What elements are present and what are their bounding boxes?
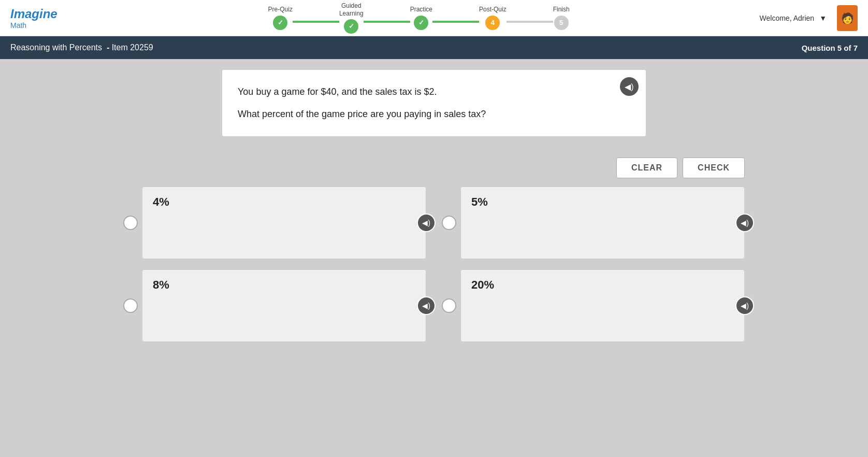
answer-box-a[interactable]: 4% xyxy=(142,187,426,259)
speaker-icon: ◀) xyxy=(625,82,633,92)
breadcrumb-title: Reasoning with Percents - Item 20259 xyxy=(10,43,153,52)
check-button[interactable]: CHECK xyxy=(683,158,745,178)
question-box: You buy a game for $40, and the sales ta… xyxy=(222,69,646,137)
step-practice: Practice ✓ xyxy=(410,6,432,30)
connector-3 xyxy=(432,21,479,23)
question-counter: Question 5 of 7 xyxy=(802,44,858,52)
speaker-icon: ◀) xyxy=(422,302,430,310)
step-finish-label: Finish xyxy=(553,6,570,13)
answer-box-d[interactable]: 20% xyxy=(460,269,745,342)
breadcrumb-bar: Reasoning with Percents - Item 20259 Que… xyxy=(0,36,868,59)
step-finish: Finish 5 xyxy=(553,6,570,30)
radio-option-d[interactable] xyxy=(442,298,456,313)
answer-b-container: 5% ◀) xyxy=(460,187,745,259)
answer-a-container: 4% ◀) xyxy=(142,187,426,259)
answer-b-audio-button[interactable]: ◀) xyxy=(735,213,754,232)
answer-text-a: 4% xyxy=(153,195,169,209)
speaker-icon: ◀) xyxy=(422,219,430,227)
connector-1 xyxy=(293,21,339,23)
radio-option-a[interactable] xyxy=(123,216,138,230)
connector-2 xyxy=(364,21,410,23)
step-post-quiz-circle: 4 xyxy=(485,16,500,30)
step-post-quiz-label: Post-Quiz xyxy=(479,6,507,13)
answer-text-c: 8% xyxy=(153,278,169,292)
welcome-area: Welcome, Adrien ▼ 🧑 xyxy=(760,5,858,31)
step-practice-circle: ✓ xyxy=(414,16,428,30)
step-post-quiz: Post-Quiz 4 xyxy=(479,6,507,30)
action-buttons-row: CLEAR CHECK xyxy=(123,158,745,178)
question-container: You buy a game for $40, and the sales ta… xyxy=(222,69,646,147)
answer-text-d: 20% xyxy=(471,278,494,292)
welcome-text: Welcome, Adrien xyxy=(760,14,815,22)
step-guided: GuidedLearning ✓ xyxy=(339,2,364,34)
answer-row-2: 8% ◀) 20% ◀) xyxy=(123,269,745,342)
answer-box-c[interactable]: 8% xyxy=(142,269,426,342)
avatar: 🧑 xyxy=(837,5,858,31)
question-line1: You buy a game for $40, and the sales ta… xyxy=(238,84,630,99)
radio-option-c[interactable] xyxy=(123,298,138,313)
progress-bar: Pre-Quiz ✓ GuidedLearning ✓ Practice ✓ P… xyxy=(78,2,760,34)
answer-text-b: 5% xyxy=(471,195,488,209)
step-guided-circle: ✓ xyxy=(344,19,358,34)
speaker-icon: ◀) xyxy=(741,302,749,310)
answer-box-b[interactable]: 5% xyxy=(460,187,745,259)
speaker-icon: ◀) xyxy=(741,219,749,227)
logo-sub: Math xyxy=(10,21,57,30)
step-pre-quiz-circle: ✓ xyxy=(273,16,287,30)
question-audio-button[interactable]: ◀) xyxy=(620,77,639,96)
radio-option-b[interactable] xyxy=(442,216,456,230)
answer-d-audio-button[interactable]: ◀) xyxy=(735,296,754,315)
answer-c-container: 8% ◀) xyxy=(142,269,426,342)
logo-text: Imagine xyxy=(10,7,57,21)
connector-4 xyxy=(507,21,553,23)
answers-section: 4% ◀) 5% ◀) xyxy=(123,187,745,342)
clear-button[interactable]: CLEAR xyxy=(616,158,677,178)
dropdown-icon[interactable]: ▼ xyxy=(819,14,827,22)
main-content: You buy a game for $40, and the sales ta… xyxy=(0,59,868,342)
answer-d-container: 20% ◀) xyxy=(460,269,745,342)
logo-area: Imagine Math xyxy=(10,7,57,30)
step-practice-label: Practice xyxy=(410,6,432,13)
item-id: Item 20259 xyxy=(112,43,153,52)
step-guided-label: GuidedLearning xyxy=(339,2,364,17)
step-pre-quiz: Pre-Quiz ✓ xyxy=(268,6,293,30)
question-line2: What percent of the game price are you p… xyxy=(238,107,630,122)
answer-a-audio-button[interactable]: ◀) xyxy=(417,213,436,232)
step-pre-quiz-label: Pre-Quiz xyxy=(268,6,293,13)
top-navigation: Imagine Math Pre-Quiz ✓ GuidedLearning ✓… xyxy=(0,0,868,36)
step-finish-circle: 5 xyxy=(554,16,569,30)
answer-row-1: 4% ◀) 5% ◀) xyxy=(123,187,745,259)
answer-c-audio-button[interactable]: ◀) xyxy=(417,296,436,315)
